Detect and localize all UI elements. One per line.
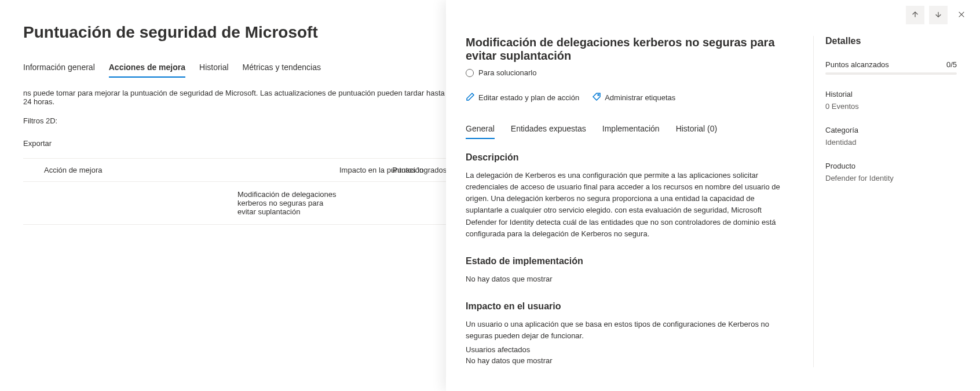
arrow-up-icon xyxy=(911,10,919,20)
description-heading: Descripción xyxy=(466,152,790,163)
row-action-name: Modificación de delegaciones kerberos no… xyxy=(23,190,342,216)
status-circle-icon xyxy=(466,69,474,77)
product-label: Producto xyxy=(825,162,855,170)
close-button[interactable] xyxy=(952,6,971,24)
history-value: 0 Eventos xyxy=(825,102,957,111)
detail-category: Categoría Identidad xyxy=(825,126,957,147)
detail-points: Puntos alcanzados 0/5 xyxy=(825,60,957,75)
tab-history[interactable]: Historial xyxy=(199,58,229,78)
details-panel: Modificación de delegaciones kerberos no… xyxy=(446,0,980,391)
main-content: Puntuación de seguridad de Microsoft Inf… xyxy=(0,0,446,225)
tab-metrics[interactable]: Métricas y tendencias xyxy=(243,58,321,78)
details-title: Detalles xyxy=(825,36,957,46)
points-value: 0/5 xyxy=(946,60,957,69)
points-label: Puntos alcanzados xyxy=(825,60,889,69)
category-label: Categoría xyxy=(825,126,858,134)
panel-main: Modificación de delegaciones kerberos no… xyxy=(466,36,790,367)
manage-tags-link[interactable]: Administrar etiquetas xyxy=(592,92,675,103)
panel-tabs: General Entidades expuestas Implementaci… xyxy=(466,120,790,140)
actions-table: Acción de mejora Impacto en la puntuació… xyxy=(23,158,446,225)
user-impact-heading: Impacto en el usuario xyxy=(466,301,790,312)
history-label: Historial xyxy=(825,90,853,98)
close-icon xyxy=(957,10,966,20)
edit-icon xyxy=(466,92,475,103)
panel-details-sidebar: Detalles Puntos alcanzados 0/5 Historial… xyxy=(813,36,957,367)
table-row[interactable]: Modificación de delegaciones kerberos no… xyxy=(23,182,446,225)
panel-tab-general[interactable]: General xyxy=(466,120,495,139)
panel-title: Modificación de delegaciones kerberos no… xyxy=(466,36,790,63)
tab-improvement-actions[interactable]: Acciones de mejora xyxy=(109,58,185,78)
implementation-heading: Estado de implementación xyxy=(466,256,790,266)
svg-point-0 xyxy=(598,94,599,96)
next-button[interactable] xyxy=(929,6,948,24)
export-button[interactable]: Exportar xyxy=(23,136,446,148)
affected-users-body: No hay datos que mostrar xyxy=(466,356,790,365)
panel-tab-history[interactable]: Historial (0) xyxy=(676,120,718,139)
panel-tab-implementation[interactable]: Implementación xyxy=(602,120,660,139)
description-body: La delegación de Kerberos es una configu… xyxy=(466,170,790,240)
page-title: Puntuación de seguridad de Microsoft xyxy=(23,23,446,42)
description-text: ns puede tomar para mejorar la puntuació… xyxy=(23,89,446,106)
detail-product: Producto Defender for Identity xyxy=(825,162,957,182)
panel-tab-exposed[interactable]: Entidades expuestas xyxy=(511,120,586,139)
detail-history: Historial 0 Eventos xyxy=(825,90,957,111)
col-action-header[interactable]: Acción de mejora xyxy=(23,166,342,174)
main-tabs: Información general Acciones de mejora H… xyxy=(23,58,446,78)
filters-label: Filtros 2D: xyxy=(23,116,446,125)
table-header: Acción de mejora Impacto en la puntuació… xyxy=(23,159,446,182)
affected-users-label: Usuarios afectados xyxy=(466,345,790,354)
user-impact-body: Un usuario o una aplicación que se basa … xyxy=(466,319,790,342)
product-value: Defender for Identity xyxy=(825,174,957,182)
manage-tags-label: Administrar etiquetas xyxy=(605,93,675,102)
tab-overview[interactable]: Información general xyxy=(23,58,95,78)
panel-actions: Editar estado y plan de acción Administr… xyxy=(466,92,790,103)
status-row: Para solucionarlo xyxy=(466,68,790,77)
category-value: Identidad xyxy=(825,138,957,147)
arrow-down-icon xyxy=(934,10,942,20)
edit-status-link[interactable]: Editar estado y plan de acción xyxy=(466,92,579,103)
edit-status-label: Editar estado y plan de acción xyxy=(478,93,579,102)
status-label: Para solucionarlo xyxy=(478,68,536,77)
prev-button[interactable] xyxy=(906,6,924,24)
implementation-body: No hay datos que mostrar xyxy=(466,273,790,285)
points-progress-bar xyxy=(825,72,957,75)
tag-icon xyxy=(592,92,601,103)
panel-topbar xyxy=(906,6,971,24)
